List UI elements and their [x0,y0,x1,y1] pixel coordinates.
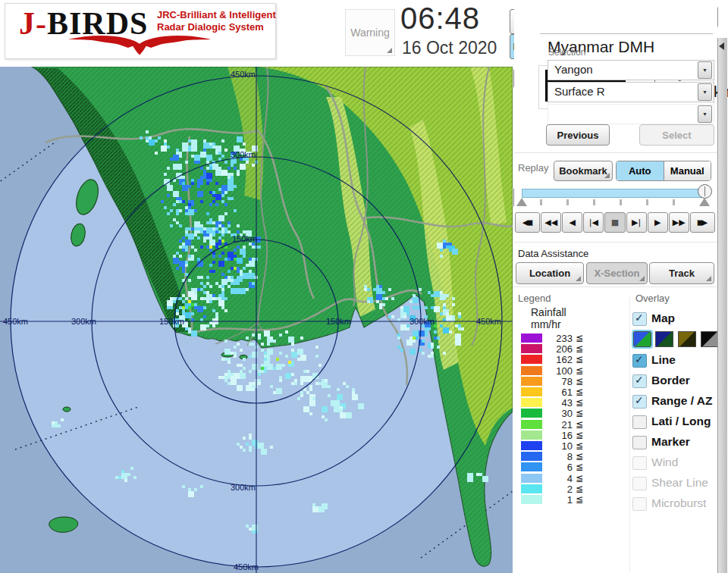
overlay-checkbox[interactable] [632,415,647,429]
option-dropdown-arrow-icon[interactable]: ▼ [698,105,712,123]
da-button-label: Location [529,268,570,279]
legend-color-swatch [521,441,542,450]
legend-comparator: ≦ [576,365,583,376]
map-style-swatch-4[interactable] [701,331,719,347]
legend-color-swatch [521,495,542,504]
manual-mode-button[interactable]: Manual [664,161,711,180]
legend-comparator: ≦ [576,397,583,408]
legend-value: 162 [544,354,573,365]
map-style-swatch-1[interactable] [633,331,651,347]
legend-color-swatch [521,355,542,364]
overlay-item-label: Range / AZ [651,394,712,408]
product-dropdown-arrow-icon[interactable]: ▼ [698,83,712,101]
site-dropdown[interactable]: Yangon ▼ [548,60,714,80]
warning-button[interactable]: Warning [345,9,395,56]
legend-value: 16 [544,430,573,441]
legend-value: 4 [544,473,573,484]
ring-label: 150km [159,317,184,326]
legend-row: 78≦ [521,377,620,386]
logo-tagline-line2: Radar Dialogic System [157,22,278,33]
product-dropdown[interactable]: Surface R ▼ [548,82,714,102]
legend-value: 10 [544,440,573,452]
map-style-swatch-2[interactable] [655,331,673,347]
legend-color-swatch [521,377,542,386]
legend-comparator: ≦ [576,494,583,505]
legend-comparator: ≦ [576,333,583,343]
legend-comparator: ≦ [576,354,583,365]
ring-label: 300km [231,150,256,159]
rewind-button[interactable]: ◀◀ [541,212,561,233]
legend-label: Legend [518,293,551,304]
legend-comparator: ≦ [576,473,583,484]
ring-label: 450km [231,70,256,79]
legend-overlay-divider [629,297,630,573]
legend-comparator: ≦ [576,408,583,418]
overlay-item-label: Map [651,312,675,325]
play-reverse-button[interactable]: ◀ [562,212,582,233]
ring-label: 300km [231,483,256,492]
jbirds-app-window: 450km300km150km450km300km150km150km300km… [0,0,728,573]
ring-label: 150km [232,234,257,243]
legend-row: 206≦ [521,344,620,353]
overlay-checkbox[interactable] [632,374,647,388]
fast-rewind-button[interactable]: ◀◀◀ [515,212,540,233]
overlay-item-label: Lati / Long [651,415,711,428]
overlay-item-border: Border [632,373,717,391]
option-dropdown[interactable]: ▼ [548,104,714,124]
site-dropdown-arrow-icon[interactable]: ▼ [698,61,712,79]
legend-value: 1 [544,494,573,506]
legend-row: 61≦ [521,387,620,396]
radar-map-view[interactable]: 450km300km150km450km300km150km150km300km… [0,67,513,573]
overlay-item-lati-long: Lati / Long [632,414,717,432]
section-divider [514,286,717,287]
legend-row: 10≦ [521,441,620,450]
legend-value: 100 [544,365,573,377]
previous-button-label: Previous [557,130,599,141]
legend-value: 8 [544,451,573,462]
legend-row: 16≦ [521,431,620,440]
timeline-tick [620,199,622,205]
ring-label: 300km [410,317,435,326]
fastest-forward-button[interactable]: ▶▶▶ [690,212,715,233]
control-panel: Myanmar DMH Range 450 km Selection Yango… [514,0,717,573]
select-button[interactable]: Select [639,124,714,146]
overlay-item-range-az: Range / AZ [632,393,717,412]
legend-value: 2 [544,484,573,495]
step-back-button[interactable]: |◀ [583,212,604,233]
fast-forward-button[interactable]: ▶▶ [669,212,689,233]
panel-collapse-strip[interactable] [717,38,727,573]
overlay-checkbox[interactable] [632,354,647,368]
legend-color-swatch [521,420,542,429]
overlay-checkbox[interactable] [632,312,647,326]
replay-timeline-thumb[interactable] [698,184,712,199]
location-button[interactable]: Location [516,262,584,284]
legend-color-swatch [521,431,542,440]
section-divider [514,152,717,153]
step-forward-button[interactable]: ▶| [626,212,647,233]
timeline-tick [540,199,542,205]
collapse-left-arrow-icon [719,42,724,50]
play-button[interactable]: ▶ [648,212,668,233]
overlay-checkbox[interactable] [632,436,647,449]
jbirds-logo: J-BIRDS JRC-Brilliant & Intelligent Rada… [5,3,276,59]
selection-label: Selection [548,47,585,58]
track-button[interactable]: Track [649,262,714,284]
previous-button[interactable]: Previous [546,124,610,146]
stop-button[interactable]: ■ [604,212,625,233]
overlay-checkbox[interactable] [632,395,647,409]
manual-label: Manual [670,165,704,177]
overlay-item-label: Shear Line [651,476,708,490]
bookmark-button[interactable]: Bookmark [554,161,613,181]
overlay-item-label: Line [651,353,676,367]
legend-color-swatch [521,387,542,396]
replay-timeline-track[interactable] [522,189,705,198]
legend-row: 233≦ [521,333,620,343]
auto-mode-button[interactable]: Auto [617,161,664,180]
timeline-tick [566,199,569,205]
overlay-item-line: Line [632,352,717,371]
overlay-item-map: Map [632,311,717,329]
timeline-tick [646,199,648,205]
map-style-swatch-3[interactable] [678,331,696,347]
legend-value: 61 [544,387,573,398]
timeline-ticks [522,199,704,205]
